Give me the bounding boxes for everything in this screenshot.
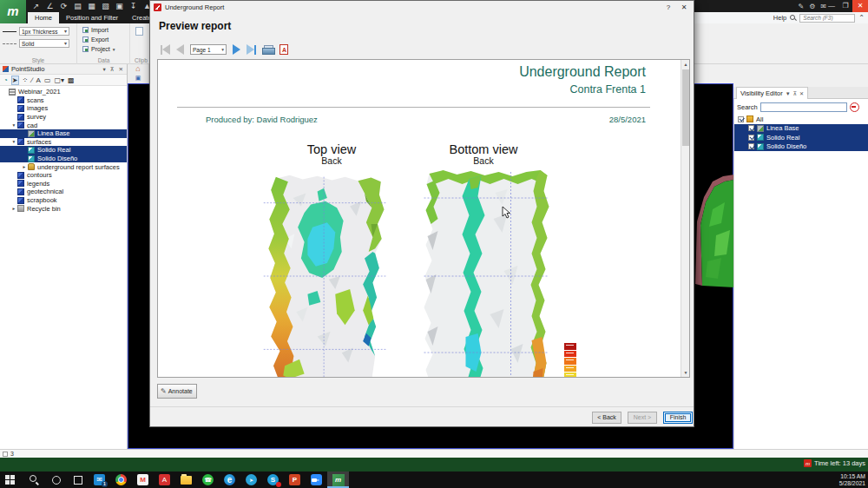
zoom-taskbar-icon[interactable]: [306, 472, 327, 488]
export-pdf-icon[interactable]: [279, 44, 288, 55]
report-icon[interactable]: ▣: [115, 0, 124, 12]
powerpoint-taskbar-icon[interactable]: [284, 472, 306, 488]
panel-menu-icon[interactable]: ▾: [102, 66, 107, 73]
help-link[interactable]: Help: [773, 14, 786, 22]
page-selector[interactable]: Page 1▾: [190, 44, 227, 55]
settings-gear-icon[interactable]: ⚙: [809, 3, 815, 10]
skype-taskbar-icon[interactable]: [262, 472, 284, 488]
project-button[interactable]: Project▾: [82, 46, 115, 52]
minimize-button[interactable]: —: [825, 0, 838, 12]
multi-select-icon[interactable]: ⁘: [23, 76, 29, 84]
panel-close-icon[interactable]: ✕: [118, 66, 124, 73]
first-page-button[interactable]: [161, 44, 170, 55]
edit-icon[interactable]: ✎: [798, 3, 804, 10]
grid-icon[interactable]: ▧: [101, 0, 110, 12]
status-checkbox-icon[interactable]: [3, 452, 8, 457]
back-button[interactable]: < Back: [592, 412, 621, 424]
highlight-icon[interactable]: ▩: [68, 76, 75, 84]
expand-arrow-icon[interactable]: ▾: [10, 139, 17, 144]
tree-item[interactable]: Solido Diseño: [0, 155, 127, 163]
tree-item[interactable]: Linea Base: [0, 129, 127, 138]
linestyle-dropdown[interactable]: Solid▾: [19, 39, 69, 48]
visibility-item[interactable]: Solido Diseño: [734, 142, 868, 152]
next-page-button[interactable]: [233, 44, 240, 55]
view-cube-icon[interactable]: ▣: [128, 74, 148, 82]
tab-home[interactable]: Home: [28, 12, 59, 23]
tree-item[interactable]: ▾ cad: [0, 121, 127, 129]
tab-position-and-filter[interactable]: Position and Filter: [59, 12, 125, 23]
tree-item[interactable]: ▾ surfaces: [0, 138, 127, 147]
license-toast[interactable]: m Time left: 13 days: [804, 459, 865, 467]
tree-item[interactable]: geotechnical: [0, 188, 127, 196]
acrobat-taskbar-icon[interactable]: [154, 472, 175, 488]
telegram-taskbar-icon[interactable]: [240, 472, 262, 488]
dialog-help-button[interactable]: ?: [662, 3, 674, 11]
tree-item[interactable]: Webinar_2021: [0, 88, 127, 96]
thickness-dropdown[interactable]: 1px Thickness▾: [19, 27, 69, 36]
panel-pin-icon[interactable]: ⊼: [109, 66, 115, 73]
pointstudio-taskbar-icon[interactable]: [327, 472, 349, 488]
visibility-editor-tab[interactable]: Visibility Editor ▼ ⊼ ✕: [736, 87, 808, 99]
tree-item[interactable]: scrapbook: [0, 196, 127, 205]
tree-item[interactable]: contours: [0, 171, 127, 180]
label-tool-icon[interactable]: A: [36, 76, 41, 84]
tree-item[interactable]: ▸ underground report surfaces: [0, 162, 127, 171]
lasso-select-icon[interactable]: ▢▾: [55, 76, 65, 84]
edge-taskbar-icon[interactable]: [219, 472, 240, 488]
mail-taskbar-icon[interactable]: 1: [89, 472, 110, 488]
previous-page-button[interactable]: [176, 44, 184, 55]
pin-icon[interactable]: ⊼: [793, 90, 797, 96]
restore-button[interactable]: ❐: [838, 0, 852, 12]
gmail-taskbar-icon[interactable]: [132, 472, 154, 488]
file-explorer-taskbar-icon[interactable]: [175, 472, 197, 488]
expand-arrow-icon[interactable]: ▸: [10, 206, 17, 211]
tree-item[interactable]: Solido Real: [0, 146, 127, 155]
import-button[interactable]: Import: [82, 27, 108, 33]
report-preview-page[interactable]: Underground Report Contra Frenta 1 Produ…: [157, 59, 690, 378]
select-icon[interactable]: ↗: [31, 0, 41, 12]
close-button[interactable]: ✕: [852, 0, 868, 12]
taskbar-clock[interactable]: 10:15 AM 5/28/2021: [839, 473, 865, 486]
expand-arrow-icon[interactable]: ▾: [10, 122, 17, 128]
task-view-taskbar-icon[interactable]: [67, 472, 89, 488]
clear-filter-icon[interactable]: [850, 102, 859, 112]
scroll-up-icon[interactable]: ▲: [681, 60, 690, 69]
layers-icon[interactable]: ▤: [73, 0, 82, 12]
table-icon[interactable]: ▦: [87, 0, 96, 12]
sync-icon[interactable]: ⟳: [59, 0, 69, 12]
ribbon-collapse-icon[interactable]: ⌃: [858, 14, 865, 22]
visibility-search-input[interactable]: [760, 102, 847, 112]
tree-item[interactable]: images: [0, 104, 127, 113]
tree-item[interactable]: ▸ Recycle bin: [0, 204, 127, 213]
close-tab-icon[interactable]: ✕: [799, 90, 804, 96]
rect-select-icon[interactable]: ▭: [44, 76, 51, 84]
visibility-checkbox[interactable]: [748, 135, 754, 141]
visibility-item[interactable]: All: [734, 115, 868, 124]
export-button[interactable]: Export: [82, 36, 108, 43]
tree-item[interactable]: legends: [0, 180, 127, 188]
measure-icon[interactable]: ∠: [45, 0, 55, 12]
filter-icon[interactable]: ▼: [786, 91, 791, 96]
ribbon-search-input[interactable]: [799, 14, 855, 23]
print-icon[interactable]: [262, 45, 273, 55]
scroll-down-icon[interactable]: ▼: [681, 368, 690, 377]
visibility-checkbox[interactable]: [748, 125, 754, 131]
expand-arrow-icon[interactable]: ▸: [21, 164, 28, 169]
finish-button[interactable]: Finish: [663, 412, 693, 424]
search-taskbar-icon[interactable]: [23, 472, 45, 488]
preview-scrollbar[interactable]: ▲ ▼: [681, 60, 689, 377]
last-page-button[interactable]: [247, 44, 256, 55]
dialog-close-button[interactable]: ✕: [678, 3, 690, 11]
home-view-icon[interactable]: ⌂: [128, 64, 148, 74]
start-taskbar-icon[interactable]: [2, 472, 23, 488]
visibility-checkbox[interactable]: [748, 143, 754, 149]
tree-item[interactable]: survey: [0, 113, 127, 122]
annotate-button[interactable]: ✎ Annotate: [157, 384, 197, 399]
line-tool-icon[interactable]: ∕: [31, 76, 32, 84]
whatsapp-taskbar-icon[interactable]: [197, 472, 219, 488]
refresh-view-icon[interactable]: ◔: [3, 76, 8, 84]
scrollbar-thumb[interactable]: [682, 69, 689, 146]
tree-item[interactable]: scans: [0, 96, 127, 105]
visibility-item[interactable]: Linea Base: [734, 124, 868, 134]
visibility-checkbox[interactable]: [738, 116, 744, 122]
